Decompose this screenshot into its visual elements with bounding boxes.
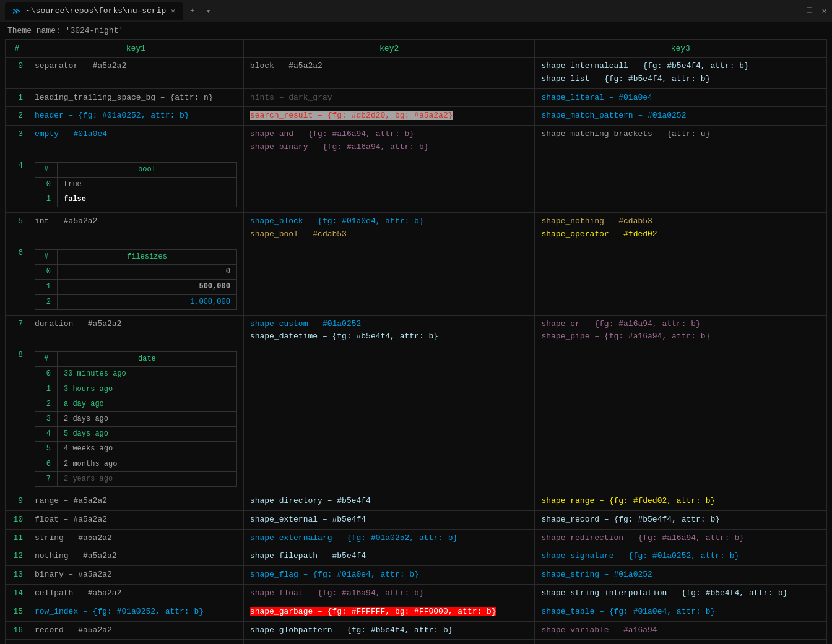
row-num-8: 8 [6, 346, 28, 492]
inner-val-3hr: 3 hours ago [58, 382, 237, 397]
key3-7: shape_or – {fg: #a16a94, attr: b} shape_… [535, 315, 826, 346]
inner-row: 1 3 hours ago [35, 382, 237, 397]
inner-row: 2 a day ago [35, 397, 237, 411]
window-controls: — □ ✕ [792, 6, 827, 16]
key2-6 [243, 244, 535, 315]
bool-table: # bool 0 true 1 false [35, 162, 237, 208]
key2-5: shape_block – {fg: #01a0e4, attr: b} sha… [243, 213, 535, 244]
key1-0: separator – #a5a2a2 [28, 58, 244, 89]
key2-14: shape_float – {fg: #a16a94, attr: b} [243, 584, 535, 603]
inner-col-num: # [35, 162, 58, 177]
key3-8 [535, 346, 826, 492]
inner-col-num: # [35, 249, 58, 264]
table-row: 7 duration – #a5a2a2 shape_custom – #01a… [6, 315, 826, 346]
key2-13: shape_flag – {fg: #01a0e4, attr: b} [243, 566, 535, 585]
key1-13: binary – #a5a2a2 [28, 566, 244, 585]
row-num-3: 3 [6, 126, 28, 157]
inner-num-2: 2 [35, 397, 58, 411]
inner-row: 1 500,000 [35, 280, 237, 294]
key1-10: float – #a5a2a2 [28, 510, 244, 529]
inner-num-1: 1 [35, 382, 58, 397]
inner-num-0: 0 [35, 177, 58, 192]
inner-row: 0 true [35, 177, 237, 192]
inner-val-30min: 30 minutes ago [58, 367, 237, 382]
inner-val-4weeks: 4 weeks ago [58, 442, 237, 457]
theme-line: Theme name: '3024-night' [0, 22, 832, 39]
key1-16: record – #a5a2a2 [28, 621, 244, 640]
inner-col-bool: bool [58, 162, 237, 177]
inner-val-0b: 0 [58, 265, 237, 280]
key1-5: int – #a5a2a2 [28, 213, 244, 244]
row-num-12: 12 [6, 547, 28, 566]
tab-label: ~\source\repos\forks\nu-scrip [26, 6, 166, 15]
table-row: 2 header – {fg: #01a0252, attr: b} searc… [6, 107, 826, 126]
main-table-container: # key1 key2 key3 0 separator – #a5a2a2 b… [5, 39, 827, 644]
key1-1: leading_trailing_space_bg – {attr: n} [28, 88, 244, 107]
inner-num-7: 7 [35, 471, 58, 486]
table-row: 10 float – #a5a2a2 shape_external – #b5e… [6, 510, 826, 529]
key2-8 [243, 346, 535, 492]
key3-10: shape_record – {fg: #b5e4f4, attr: b} [535, 510, 826, 529]
table-row: 13 binary – #a5a2a2 shape_flag – {fg: #0… [6, 566, 826, 585]
table-row: 6 # filesizes 0 0 1 [6, 244, 826, 315]
key3-4 [535, 157, 826, 213]
new-tab-button[interactable]: + [185, 4, 200, 18]
key3-15: shape_table – {fg: #01a0e4, attr: b} [535, 603, 826, 621]
key3-14: shape_string_interpolation – {fg: #b5e4f… [535, 584, 826, 603]
key1-12: nothing – #a5a2a2 [28, 547, 244, 566]
inner-val-true: true [58, 177, 237, 192]
table-row: 4 # bool 0 true 1 [6, 157, 826, 213]
row-num-1: 1 [6, 88, 28, 107]
tab-close-button[interactable]: ✕ [171, 7, 175, 15]
close-button[interactable]: ✕ [822, 6, 827, 16]
key1-2: header – {fg: #01a0252, attr: b} [28, 107, 244, 126]
key3-17 [535, 640, 826, 644]
row-num-4: 4 [6, 157, 28, 213]
row-num-16: 16 [6, 621, 28, 640]
inner-num-1: 1 [35, 192, 58, 207]
main-table: # key1 key2 key3 0 separator – #a5a2a2 b… [6, 40, 826, 644]
key3-6 [535, 244, 826, 315]
inner-col-filesizes: filesizes [58, 249, 237, 264]
inner-val-1m: 1,000,000 [58, 294, 237, 309]
tab-dropdown-button[interactable]: ▾ [202, 4, 215, 19]
key2-0: block – #a5a2a2 [243, 58, 535, 89]
table-row: 3 empty – #01a0e4 shape_and – {fg: #a16a… [6, 126, 826, 157]
row-num-0: 0 [6, 58, 28, 89]
table-row: 16 record – #a5a2a2 shape_globpattern – … [6, 621, 826, 640]
inner-row: 3 2 days ago [35, 412, 237, 427]
inner-num-0: 0 [35, 367, 58, 382]
table-row: 9 range – #a5a2a2 shape_directory – #b5e… [6, 492, 826, 510]
inner-col-date: date [58, 352, 237, 367]
date-table: # date 0 30 minutes ago 1 3 hours ago [35, 351, 237, 487]
table-row: 11 string – #a5a2a2 shape_externalarg – … [6, 529, 826, 547]
maximize-button[interactable]: □ [807, 6, 812, 16]
inner-col-num: # [35, 352, 58, 367]
key1-9: range – #a5a2a2 [28, 492, 244, 510]
key1-8: # date 0 30 minutes ago 1 3 hours ago [28, 346, 244, 492]
row-num-9: 9 [6, 492, 28, 510]
key3-0: shape_internalcall – {fg: #b5e4f4, attr:… [535, 58, 826, 89]
titlebar: ≫ ~\source\repos\forks\nu-scrip ✕ + ▾ — … [0, 0, 832, 22]
inner-num-5: 5 [35, 442, 58, 457]
inner-num-3: 3 [35, 412, 58, 427]
tab-icon: ≫ [12, 6, 21, 16]
minimize-button[interactable]: — [792, 6, 797, 16]
table-row: 15 row_index – {fg: #01a0252, attr: b} s… [6, 603, 826, 621]
key3-12: shape_signature – {fg: #01a0252, attr: b… [535, 547, 826, 566]
col-header-key1: key1 [28, 40, 244, 58]
row-num-13: 13 [6, 566, 28, 585]
inner-val-5days: 5 days ago [58, 427, 237, 442]
table-row: 0 separator – #a5a2a2 block – #a5a2a2 sh… [6, 58, 826, 89]
active-tab[interactable]: ≫ ~\source\repos\forks\nu-scrip ✕ [5, 2, 183, 20]
key1-3: empty – #01a0e4 [28, 126, 244, 157]
inner-row: 5 4 weeks ago [35, 442, 237, 457]
inner-row: 7 2 years ago [35, 471, 237, 486]
table-row: 8 # date 0 30 minutes ago [6, 346, 826, 492]
row-num-7: 7 [6, 315, 28, 346]
key3-1: shape_literal – #01a0e4 [535, 88, 826, 107]
inner-row: 2 1,000,000 [35, 294, 237, 309]
row-num-17: 17 [6, 640, 28, 644]
row-num-15: 15 [6, 603, 28, 621]
key1-6: # filesizes 0 0 1 500,000 [28, 244, 244, 315]
